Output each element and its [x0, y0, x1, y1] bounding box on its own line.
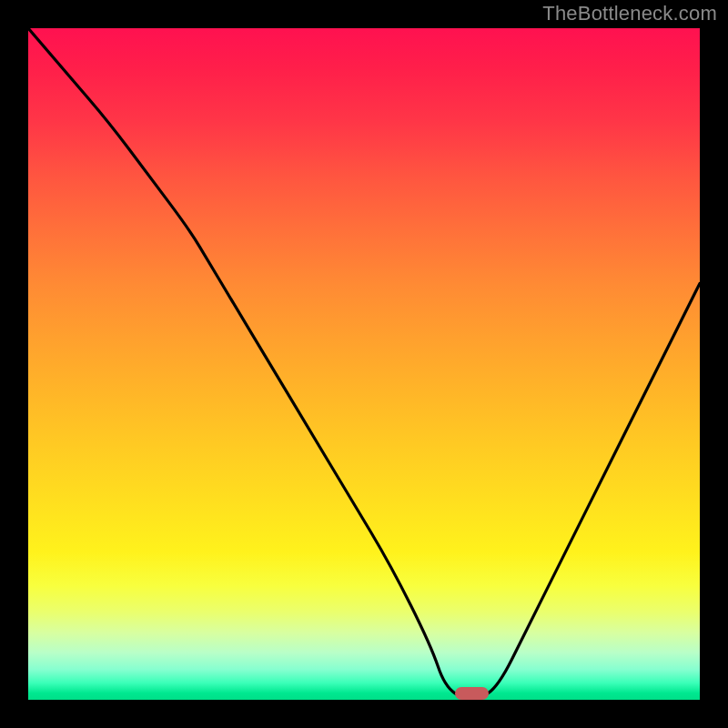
plot-area	[28, 28, 700, 700]
curve-path	[28, 28, 700, 700]
optimal-marker	[455, 687, 489, 700]
watermark-text: TheBottleneck.com	[542, 2, 717, 25]
chart-container: TheBottleneck.com	[0, 0, 728, 728]
bottleneck-curve	[28, 28, 700, 700]
